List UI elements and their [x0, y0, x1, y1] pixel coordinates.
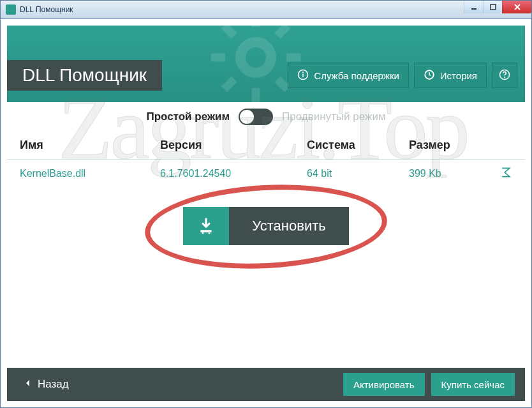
back-button[interactable]: Назад [17, 374, 75, 395]
svg-point-19 [202, 232, 204, 234]
support-label: Служба поддержки [314, 70, 399, 81]
history-icon [424, 69, 435, 82]
col-header-name: Имя [20, 139, 160, 152]
svg-rect-10 [221, 26, 237, 39]
activate-button[interactable]: Активировать [343, 373, 425, 396]
install-button[interactable]: Установить [183, 207, 348, 245]
simple-mode-label: Простой режим [146, 110, 230, 123]
app-title: DLL Помощник [7, 60, 162, 91]
cell-system: 64 bit [307, 168, 409, 179]
svg-rect-6 [211, 54, 225, 62]
back-label: Назад [38, 378, 69, 391]
support-button[interactable]: Служба поддержки [288, 63, 409, 88]
history-label: История [440, 70, 477, 81]
svg-rect-7 [286, 54, 300, 62]
cell-size: 399 Kb [409, 168, 512, 179]
help-button[interactable] [492, 63, 517, 88]
download-icon [183, 207, 229, 245]
svg-point-17 [505, 77, 505, 77]
cell-version: 6.1.7601.24540 [160, 168, 307, 179]
svg-rect-4 [252, 26, 260, 27]
history-button[interactable]: История [414, 63, 487, 88]
svg-point-20 [209, 232, 211, 234]
col-header-version: Версия [160, 139, 307, 152]
info-icon [297, 69, 309, 82]
close-button[interactable] [502, 1, 531, 13]
svg-rect-1 [491, 4, 496, 10]
table-header: Имя Версия Система Размер [7, 132, 525, 160]
col-header-system: Система [307, 139, 409, 152]
window-titlebar: DLL Помощник [0, 0, 532, 19]
toggle-knob [240, 110, 254, 124]
install-area: Установить [7, 207, 525, 245]
app-icon [6, 4, 16, 15]
svg-point-14 [303, 72, 304, 72]
install-label: Установить [229, 207, 348, 245]
cell-name: KernelBase.dll [20, 168, 160, 179]
advanced-mode-label: Продвинутый режим [282, 110, 386, 123]
maximize-button[interactable] [483, 1, 502, 13]
window-title: DLL Помощник [20, 5, 73, 14]
svg-rect-18 [201, 230, 212, 232]
svg-rect-5 [252, 88, 260, 102]
window-controls [464, 1, 531, 13]
sigma-icon [499, 170, 512, 181]
chevron-left-icon [24, 378, 33, 391]
buy-now-button[interactable]: Купить сейчас [431, 373, 515, 396]
details-link[interactable] [499, 166, 512, 181]
help-icon [499, 69, 510, 82]
mode-toggle-row: Простой режим Продвинутый режим [7, 102, 525, 132]
app-header: DLL Помощник Служба поддержки История [7, 26, 525, 102]
svg-rect-8 [274, 26, 290, 39]
table-row[interactable]: KernelBase.dll 6.1.7601.24540 64 bit 399… [7, 160, 525, 188]
col-header-size: Размер [409, 139, 512, 152]
minimize-button[interactable] [464, 1, 483, 13]
footer: Назад Активировать Купить сейчас [7, 368, 525, 401]
svg-rect-9 [221, 76, 237, 92]
mode-toggle[interactable] [239, 109, 273, 125]
